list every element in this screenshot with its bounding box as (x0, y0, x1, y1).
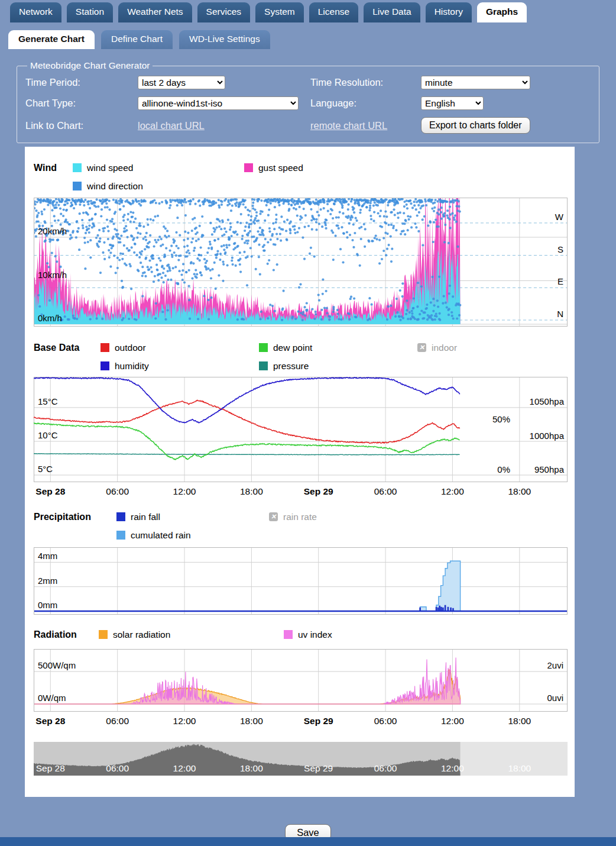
legend-label: dew point (273, 343, 312, 353)
series-color-swatch-icon[interactable] (259, 343, 268, 352)
series-off-checkbox-icon[interactable] (269, 512, 278, 521)
series-color-swatch-icon[interactable] (116, 512, 125, 521)
legend-item-solar-radiation[interactable]: solar radiation (99, 629, 284, 640)
y-axis-label: 0% (497, 464, 510, 474)
time-resolution-label: Time Resolution: (310, 77, 421, 88)
legend-item-humidity[interactable]: humidity (100, 361, 259, 372)
y-axis-label: 950hpa (534, 464, 565, 474)
chart-type-select[interactable]: allinone-wind1st-iso (138, 96, 299, 110)
y-axis-label: 0mm (38, 600, 57, 610)
y-axis-label: 0km/h (38, 313, 62, 323)
local-chart-url-link[interactable]: local chart URL (138, 120, 205, 131)
wind-chart-section: Windwind speedgust speedwind direction 0… (34, 159, 568, 327)
tab-weather-nets[interactable]: Weather Nets (118, 2, 192, 22)
x-axis-row: Sep 2806:0012:0018:00Sep 2906:0012:0018:… (34, 482, 568, 498)
tab-graphs[interactable]: Graphs (477, 2, 527, 22)
series-color-swatch-icon[interactable] (259, 361, 268, 370)
overview-strip: Sep 2806:0012:0018:00Sep 2906:0012:0018:… (34, 742, 568, 776)
chart-preview-panel: Windwind speedgust speedwind direction 0… (25, 147, 575, 797)
series-color-swatch-icon[interactable] (284, 630, 293, 639)
series-color-swatch-icon[interactable] (116, 531, 125, 540)
subtab-wd-live-settings[interactable]: WD-Live Settings (179, 30, 270, 49)
subtab-define-chart[interactable]: Define Chart (101, 30, 173, 49)
series-color-swatch-icon[interactable] (73, 163, 82, 172)
chart-generator-form: Meteobridge Chart Generator Time Period:… (17, 60, 599, 143)
tab-history[interactable]: History (426, 2, 472, 22)
time-period-select[interactable]: last 2 days (138, 76, 225, 89)
local-chart-url-cell: local chart URL (138, 120, 310, 131)
series-color-swatch-icon[interactable] (100, 361, 109, 370)
y-axis-label: 1050hpa (530, 396, 565, 406)
precipitation-legend: Precipitationrain fallrain ratecumulated… (34, 508, 568, 544)
x-axis-label: 12:00 (161, 716, 208, 726)
x-axis-label: 06:00 (94, 486, 141, 497)
x-axis-label: 12:00 (429, 486, 476, 497)
legend-item-rain-rate[interactable]: rain rate (269, 512, 422, 522)
x-axis-row: Sep 2806:0012:0018:00Sep 2906:0012:0018:… (34, 712, 568, 728)
base-data-chart: 5°C10°C15°C950hpa1000hpa1050hpa0%50% (34, 377, 568, 482)
legend-item-wind-speed[interactable]: wind speed (73, 163, 244, 173)
x-axis-label: 06:00 (362, 716, 409, 726)
legend-item-cumulated-rain[interactable]: cumulated rain (116, 530, 269, 541)
chart-section-title: Wind (34, 163, 73, 173)
tab-live-data[interactable]: Live Data (364, 2, 420, 22)
time-period-label: Time Period: (25, 77, 138, 88)
tab-license[interactable]: License (309, 2, 358, 22)
series-color-swatch-icon[interactable] (99, 630, 108, 639)
wind-legend: Windwind speedgust speedwind direction (34, 159, 568, 195)
link-to-chart-label: Link to Chart: (25, 120, 138, 131)
legend-item-dew-point[interactable]: dew point (259, 343, 417, 353)
language-label: Language: (310, 98, 421, 109)
tab-services[interactable]: Services (197, 2, 250, 22)
legend-item-wind-direction[interactable]: wind direction (73, 181, 244, 192)
tab-network[interactable]: Network (10, 2, 61, 22)
series-color-swatch-icon[interactable] (100, 343, 109, 352)
x-axis-label: 18:00 (228, 486, 275, 497)
legend-label: gust speed (258, 163, 303, 173)
radiation-chart: 0W/qm500W/qm0uvi2uvi (34, 649, 568, 712)
remote-chart-url-link[interactable]: remote chart URL (310, 120, 387, 131)
y-axis-label: 10km/h (38, 270, 67, 280)
time-resolution-select[interactable]: minute (421, 76, 530, 89)
legend-item-gust-speed[interactable]: gust speed (244, 163, 416, 173)
overview-labels: Sep 2806:0012:0018:00Sep 2906:0012:0018:… (34, 742, 568, 776)
x-axis-label: 18:00 (496, 486, 543, 497)
y-axis-label: 15°C (38, 396, 58, 406)
legend-label: rain fall (131, 512, 160, 522)
y-axis-label: 0W/qm (38, 693, 66, 703)
series-color-swatch-icon[interactable] (244, 163, 253, 172)
y-axis-label: 0uvi (547, 693, 563, 703)
tab-system[interactable]: System (255, 2, 304, 22)
graphs-subnav: Generate Chart Define Chart WD-Live Sett… (0, 22, 616, 49)
time-resolution-cell: minute (421, 76, 591, 89)
legend-label: indoor (432, 343, 457, 353)
export-to-charts-folder-button[interactable]: Export to charts folder (421, 117, 530, 134)
legend-item-outdoor[interactable]: outdoor (100, 343, 259, 353)
legend-item-indoor[interactable]: indoor (417, 343, 576, 353)
radiation-chart-section: Radiationsolar radiationuv index 0W/qm50… (34, 625, 568, 728)
legend-label: humidity (115, 361, 149, 372)
x-axis-label: 06:00 (94, 763, 141, 774)
legend-item-uv-index[interactable]: uv index (284, 629, 469, 640)
time-period-cell: last 2 days (138, 76, 310, 89)
y-axis-label: 2mm (38, 576, 57, 586)
tab-station[interactable]: Station (67, 2, 113, 22)
radiation-legend: Radiationsolar radiationuv index (34, 625, 568, 644)
chart-type-cell: allinone-wind1st-iso (138, 96, 310, 110)
y-axis-label: W (555, 212, 564, 222)
subtab-generate-chart[interactable]: Generate Chart (8, 30, 95, 49)
wind-chart: 0km/h10km/h20km/hNESW (34, 198, 568, 327)
y-axis-label: E (557, 276, 563, 286)
language-select[interactable]: English (421, 96, 484, 110)
x-axis-label: Sep 29 (295, 716, 342, 726)
legend-label: wind direction (87, 181, 143, 192)
form-legend: Meteobridge Chart Generator (27, 60, 153, 71)
series-off-checkbox-icon[interactable] (417, 343, 426, 352)
base-data-legend: Base Dataoutdoordew pointindoorhumidityp… (34, 338, 568, 375)
y-axis-label: 20km/h (38, 226, 67, 236)
legend-label: wind speed (87, 163, 133, 173)
legend-item-rain-fall[interactable]: rain fall (116, 512, 269, 522)
series-color-swatch-icon[interactable] (73, 182, 82, 190)
x-axis-label: 18:00 (228, 716, 275, 726)
legend-item-pressure[interactable]: pressure (259, 361, 417, 372)
